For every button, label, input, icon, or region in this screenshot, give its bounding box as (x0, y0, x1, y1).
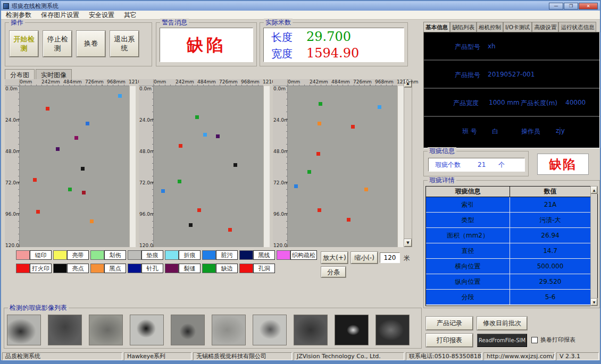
defect-marker[interactable] (82, 191, 86, 194)
defect-marker[interactable] (90, 219, 94, 223)
defect-marker[interactable] (294, 184, 298, 188)
menu-item[interactable]: 安全设置 (84, 11, 119, 19)
defect-marker[interactable] (68, 188, 72, 191)
right-tab[interactable]: 基本信息 (423, 22, 450, 32)
legend-item: 划伤 (90, 250, 126, 260)
defect-marker[interactable] (316, 152, 320, 156)
defect-marker[interactable] (228, 228, 232, 232)
table-row[interactable]: 直径14.7 (426, 243, 597, 259)
defect-marker[interactable] (364, 188, 368, 191)
plot-canvas[interactable] (288, 86, 397, 247)
panel-scrollbar[interactable] (129, 86, 136, 247)
defect-marker[interactable] (195, 115, 199, 119)
menu-item[interactable]: 其它 (119, 11, 141, 19)
split-button[interactable]: 分条 (321, 267, 346, 277)
menu-item[interactable]: 保存图片设置 (36, 11, 84, 19)
length-scale-input[interactable] (380, 252, 400, 263)
defect-attr-name: 索引 (426, 197, 510, 212)
table-row[interactable]: 索引21A (426, 197, 597, 213)
app-window: 瑕疵在线检测系统 — ❐ ✕ 检测参数保存图片设置安全设置其它 操作 开始检测停… (0, 0, 601, 364)
defect-marker[interactable] (378, 105, 381, 109)
modify-batch-button[interactable]: 修改目前批次 (477, 317, 527, 330)
defect-thumbnail[interactable] (375, 315, 410, 345)
defect-thumbnail[interactable] (48, 315, 82, 345)
legend-label: 黑点 (104, 264, 126, 273)
close-icon[interactable]: ✕ (579, 3, 598, 10)
scroll-down-icon[interactable]: ▼ (404, 239, 412, 247)
plot-panel: 0mm242mm484mm726mm968mm1210mm0.0m24.0m48… (5, 79, 136, 247)
minimize-icon[interactable]: — (549, 3, 563, 10)
defect-marker[interactable] (347, 218, 350, 222)
defect-marker[interactable] (307, 170, 311, 174)
defect-marker[interactable] (56, 147, 60, 151)
defect-marker[interactable] (81, 167, 85, 171)
defect-marker[interactable] (161, 189, 165, 193)
table-row[interactable]: 横向位置500.000 (426, 259, 597, 274)
legend-color-swatch (239, 250, 253, 260)
defect-marker[interactable] (46, 107, 49, 111)
table-row[interactable]: 类型污渍-大 (426, 213, 597, 228)
maximize-icon[interactable]: ❐ (564, 3, 578, 10)
table-row[interactable]: 分段5-6 (426, 290, 597, 305)
defect-marker[interactable] (33, 178, 37, 182)
panel-scrollbar[interactable] (263, 86, 270, 247)
right-tab[interactable]: 运行状态信息 (558, 22, 596, 32)
defect-thumbnail[interactable] (253, 315, 287, 345)
defect-thumbnail[interactable] (171, 315, 205, 345)
defect-thumbnail[interactable] (212, 315, 246, 345)
table-scroll-up-icon[interactable]: ▲ (591, 187, 597, 193)
defect-marker[interactable] (74, 136, 78, 140)
zoom-out-button[interactable]: 缩小(-) (351, 252, 378, 264)
defect-thumbnail[interactable] (130, 315, 164, 345)
panel-scrollbar[interactable] (397, 86, 404, 247)
warning-panel: 缺陷 (160, 28, 253, 62)
legend-label: 织构疏松 (290, 250, 317, 260)
op-button[interactable]: 停止检测 (43, 31, 72, 57)
defect-marker[interactable] (216, 134, 220, 138)
table-row[interactable]: 面积（mm2）26.94 (426, 228, 597, 243)
plot-vertical-scrollbar[interactable]: ▲ ▼ (404, 79, 412, 247)
defect-marker[interactable] (197, 208, 201, 212)
defect-thumbnail[interactable] (335, 315, 369, 345)
reprint-checkbox[interactable] (531, 337, 538, 343)
right-tab[interactable]: 高级设置 (532, 22, 558, 32)
right-tab[interactable]: 相机控制 (477, 22, 503, 32)
defect-marker[interactable] (318, 122, 321, 125)
menu-item[interactable]: 检测参数 (1, 11, 36, 19)
legend-item: 黑线 (239, 250, 275, 260)
defect-marker[interactable] (178, 180, 181, 183)
defect-thumbnail[interactable] (89, 315, 123, 345)
right-tab[interactable]: 缺陷列表 (450, 22, 477, 32)
op-button[interactable]: 换卷 (77, 31, 105, 57)
defect-marker[interactable] (179, 144, 182, 148)
defect-marker[interactable] (118, 94, 122, 98)
defect-summary-group: 瑕疵信息 瑕疵个数 21 个 (423, 151, 529, 176)
gallery-group: 检测的瑕疵影像列表 (4, 308, 422, 349)
defect-marker[interactable] (189, 223, 193, 227)
x-tick-label: 484mm (63, 79, 82, 84)
title-bar[interactable]: 瑕疵在线检测系统 — ❐ ✕ (1, 1, 600, 11)
zoom-in-button[interactable]: 放大(+) (321, 252, 348, 264)
defect-marker[interactable] (86, 122, 89, 125)
ruler-corner (5, 79, 20, 86)
table-row[interactable]: 纵向位置29.520 (426, 274, 597, 290)
defect-marker[interactable] (203, 133, 207, 137)
defect-marker[interactable] (319, 102, 322, 106)
defect-thumbnail[interactable] (7, 315, 41, 345)
print-report-button[interactable]: 打印报表 (426, 334, 473, 347)
defect-thumbnail[interactable] (294, 315, 328, 345)
product-record-button[interactable]: 产品记录 (426, 317, 473, 330)
plot-canvas[interactable] (20, 86, 129, 247)
right-tab[interactable]: I/O卡测试 (503, 22, 532, 32)
op-button[interactable]: 退出系统 (110, 31, 139, 57)
defect-marker[interactable] (318, 208, 321, 212)
read-from-file-button[interactable]: ReadFromFile-SIM (477, 334, 527, 347)
table-scrollbar[interactable]: ▲ ▼ (590, 187, 597, 306)
table-scroll-down-icon[interactable]: ▼ (591, 299, 597, 306)
x-tick-label: 968mm (375, 79, 394, 84)
defect-marker[interactable] (233, 163, 237, 167)
defect-marker[interactable] (36, 210, 40, 214)
op-button[interactable]: 开始检测 (10, 31, 38, 57)
plot-canvas[interactable] (154, 86, 263, 247)
defect-marker[interactable] (351, 125, 355, 129)
